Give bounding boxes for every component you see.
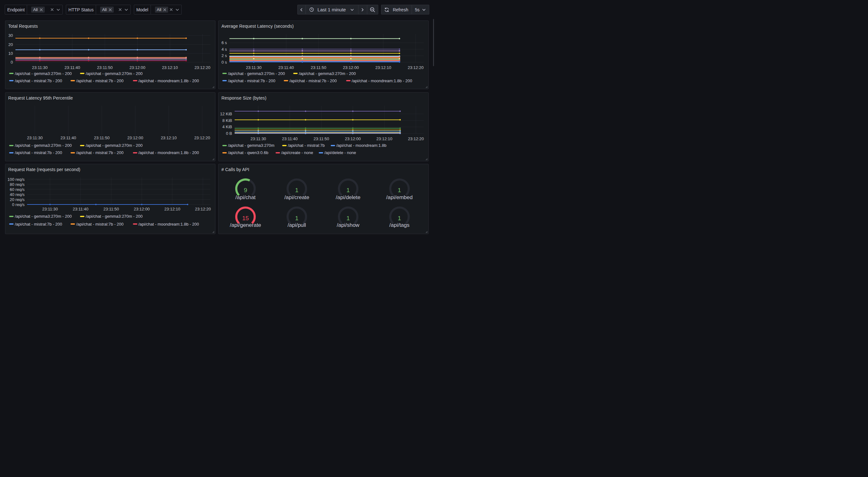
time-series-chart[interactable]: 0 req/s20 req/s40 req/s60 req/s80 req/s1… [5, 164, 215, 234]
y-tick-label: 100 req/s [7, 177, 25, 182]
time-series-chart[interactable]: 010203023:11:3023:11:4023:11:5023:12:002… [5, 21, 215, 89]
legend-item[interactable]: /api/chat - gemma3:270m - 200 [80, 143, 143, 148]
gauge-api-chat[interactable]: 9/api/chat [220, 175, 271, 204]
chip-value: All [102, 7, 106, 12]
x-tick-label: 23:12:20 [194, 65, 210, 70]
legend-item[interactable]: /api/chat - gemma3:270m - 200 [9, 214, 72, 219]
legend-item[interactable]: /api/chat - mistral:7b - 200 [9, 150, 62, 155]
refresh-interval-button[interactable]: 5s [412, 5, 429, 14]
x-tick-label: 23:11:50 [97, 65, 113, 70]
chevron-down-icon[interactable] [175, 7, 180, 12]
time-back-button[interactable] [297, 5, 306, 14]
gauge-api-embed[interactable]: 1/api/embed [374, 175, 425, 204]
resize-handle-icon[interactable] [211, 230, 215, 233]
gauge-api-show[interactable]: 1/api/show [322, 203, 374, 232]
legend-item[interactable]: /api/chat - mistral:7b - 200 [9, 221, 62, 227]
panel-response-size-bytes: Response Size (bytes)0 B4 KiB8 KiB12 KiB… [218, 92, 429, 161]
legend-item[interactable]: /api/chat - moondream:1.8b - 200 [133, 221, 199, 227]
legend-swatch [319, 152, 323, 153]
clear-selection-icon[interactable] [118, 8, 122, 11]
legend-item[interactable]: /api/chat - mistral:7b - 200 [284, 78, 337, 84]
legend-item[interactable]: /api/delete - none [319, 150, 356, 155]
legend-swatch [293, 73, 298, 74]
legend-item[interactable]: /api/chat - qwen3:0.6b [222, 150, 268, 155]
legend-item[interactable]: /api/chat - gemma3:270m - 200 [222, 71, 285, 76]
scrollbar-thumb[interactable] [433, 19, 434, 66]
time-series-chart[interactable]: 0 B4 KiB8 KiB12 KiB23:11:3023:11:4023:11… [219, 93, 428, 161]
x-tick-label: 23:11:40 [73, 207, 89, 211]
chip-remove-icon[interactable] [163, 8, 166, 11]
time-series-chart[interactable]: 0 s2 s4 s6 s23:11:3023:11:4023:11:5023:1… [219, 21, 428, 89]
legend-item[interactable]: /api/chat - moondream:1.8b [331, 143, 386, 148]
legend-label: /api/create - none [281, 150, 313, 155]
legend-item[interactable]: /api/chat - gemma3:270m - 200 [80, 71, 143, 76]
resize-handle-icon[interactable] [211, 157, 215, 160]
filter-http-status-value[interactable]: All [96, 5, 130, 14]
legend-swatch [222, 73, 227, 74]
time-range-picker-button[interactable]: Last 1 minute [306, 5, 359, 14]
clear-selection-icon[interactable] [51, 8, 54, 11]
gauge-api-generate[interactable]: 15/api/generate [220, 203, 271, 232]
legend-item[interactable]: /api/chat - mistral:7b - 200 [70, 78, 123, 84]
legend-item[interactable]: /api/chat - mistral:7b - 200 [70, 221, 123, 227]
legend-swatch [9, 152, 13, 153]
legend-item[interactable]: /api/chat - mistral:7b [282, 143, 325, 148]
resize-handle-icon[interactable] [425, 85, 428, 88]
resize-handle-icon[interactable] [425, 230, 428, 233]
legend-item[interactable]: /api/chat - gemma3:270m - 200 [80, 214, 143, 219]
legend-item[interactable]: /api/chat - moondream:1.8b - 200 [133, 150, 199, 155]
gauge-title: /api/show [322, 222, 374, 229]
x-tick-label: 23:11:30 [27, 136, 43, 140]
legend-item[interactable]: /api/chat - mistral:7b - 200 [222, 78, 275, 84]
chip-remove-icon[interactable] [108, 8, 112, 11]
legend-swatch [70, 223, 75, 225]
legend-item[interactable]: /api/chat - moondream:1.8b - 200 [133, 78, 199, 84]
gauge-api-pull[interactable]: 1/api/pull [271, 203, 322, 232]
legend-label: /api/chat - moondream:1.8b - 200 [138, 222, 199, 227]
x-tick-label: 23:11:40 [278, 65, 294, 70]
legend-label: /api/chat - qwen3:0.6b [228, 150, 268, 155]
gauge-api-delete[interactable]: 1/api/delete [322, 175, 374, 204]
panel-request-rate-requests-per-second: Request Rate (requests per second)0 req/… [5, 164, 215, 234]
y-tick-label: 4 s [221, 47, 227, 51]
chip-value: All [157, 7, 161, 12]
legend-swatch [9, 145, 13, 146]
resize-handle-icon[interactable] [211, 85, 215, 88]
zoom-out-button[interactable] [367, 5, 378, 14]
filter-model-chip[interactable]: All [155, 7, 168, 12]
gauge-api-tags[interactable]: 1/api/tags [374, 203, 425, 232]
resize-handle-icon[interactable] [425, 157, 428, 160]
clear-selection-icon[interactable] [169, 8, 173, 11]
legend-item[interactable]: /api/create - none [276, 150, 313, 155]
time-forward-button[interactable] [359, 5, 367, 14]
legend-label: /api/chat - gemma3:270m - 200 [15, 214, 72, 219]
legend-label: /api/chat - mistral:7b [288, 143, 325, 148]
filter-endpoint-value[interactable]: All [27, 5, 62, 14]
legend-item[interactable]: /api/chat - moondream:1.8b - 200 [346, 78, 412, 84]
time-series-chart[interactable]: 23:11:3023:11:4023:11:5023:12:0023:12:10… [5, 93, 215, 161]
legend-swatch [70, 80, 75, 81]
gauge-api-create[interactable]: 1/api/create [271, 175, 322, 204]
filter-endpoint-chip[interactable]: All [31, 7, 44, 12]
legend-item[interactable]: /api/chat - mistral:7b - 200 [70, 150, 123, 155]
filter-http-status-chip[interactable]: All [100, 7, 113, 12]
legend-item[interactable]: /api/chat - gemma3:270m [222, 143, 274, 148]
filter-model-value[interactable]: All [151, 5, 181, 14]
legend-swatch [331, 145, 335, 146]
chip-remove-icon[interactable] [40, 8, 43, 11]
y-tick-label: 12 KiB [220, 112, 232, 116]
legend-swatch [9, 73, 13, 74]
x-tick-label: 23:12:00 [343, 65, 359, 70]
refresh-button[interactable]: Refresh [381, 5, 412, 14]
chevron-down-icon[interactable] [124, 7, 128, 12]
gauge-value: 1 [271, 187, 322, 194]
legend-item[interactable]: /api/chat - gemma3:270m - 200 [9, 71, 72, 76]
chevron-down-icon[interactable] [56, 7, 60, 12]
legend-item[interactable]: /api/chat - gemma3:270m - 200 [293, 71, 356, 76]
legend-label: /api/chat - mistral:7b - 200 [15, 222, 62, 227]
legend-item[interactable]: /api/chat - gemma3:270m - 200 [9, 143, 72, 148]
time-range-label: Last 1 minute [317, 7, 346, 12]
series-line [27, 204, 188, 205]
time-controls: Last 1 minute Refresh 5s [297, 5, 429, 14]
legend-item[interactable]: /api/chat - mistral:7b - 200 [9, 78, 62, 84]
